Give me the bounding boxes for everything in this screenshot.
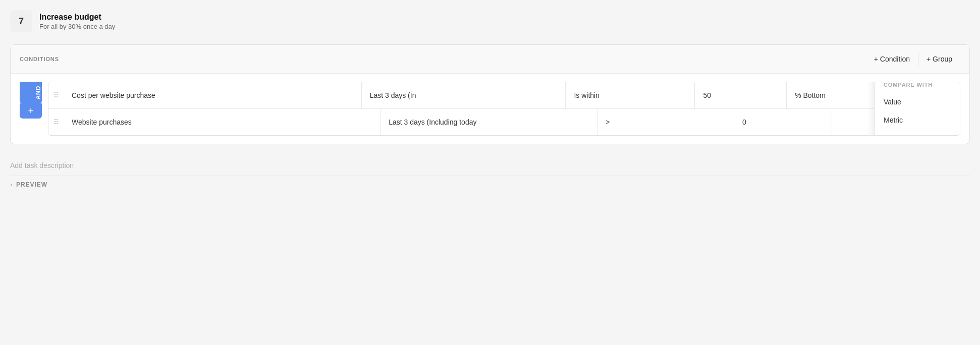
value-cell-1[interactable]: 50 — [695, 82, 787, 108]
drag-handle-icon[interactable]: ⠿ — [48, 118, 64, 126]
task-icon-label: 7 — [19, 16, 24, 27]
ranking-check-icon: ✓ — [949, 134, 955, 136]
days-cell-1[interactable]: Last 3 days (In — [362, 82, 566, 108]
dropdown-item-value[interactable]: Value — [875, 93, 960, 111]
dropdown-ranking-label: Ranking — [884, 135, 909, 136]
compare-with-label: COMPARE WITH — [875, 82, 960, 93]
task-header: 7 Increase budget For all by 30% once a … — [10, 10, 970, 32]
table-row: ⠿ Website purchases Last 3 days (Includi… — [48, 109, 960, 135]
conditions-label: CONDITIONS — [20, 56, 59, 62]
value-cell-2[interactable]: 0 — [734, 109, 831, 135]
row-actions-1: ⚙ ⧉ 🗑 COMPARE WITH Value Metric Ranki — [897, 83, 960, 107]
metric-value-1: Cost per website purchase — [72, 91, 155, 99]
conditions-header: CONDITIONS + Condition + Group — [11, 45, 969, 74]
days-value-1: Last 3 days (In — [370, 91, 416, 99]
operator-cell-1[interactable]: Is within — [566, 82, 695, 108]
unit-value-1: % Bottom — [795, 91, 826, 99]
task-title: Increase budget — [39, 13, 115, 22]
conditions-panel: CONDITIONS + Condition + Group AND + ⠿ C… — [10, 44, 970, 144]
dropdown-item-metric[interactable]: Metric — [875, 111, 960, 129]
and-group: AND + — [20, 82, 42, 119]
add-group-button[interactable]: + Group — [918, 52, 960, 66]
task-subtitle: For all by 30% once a day — [39, 23, 115, 30]
metric-value-2: Website purchases — [72, 118, 132, 126]
task-info: Increase budget For all by 30% once a da… — [39, 13, 115, 30]
days-cell-2[interactable]: Last 3 days (Including today — [380, 109, 597, 135]
dropdown-value-label: Value — [884, 98, 901, 106]
value-1: 50 — [703, 91, 711, 99]
preview-section: › PREVIEW — [10, 176, 970, 193]
operator-value-1: Is within — [574, 91, 600, 99]
conditions-table: ⠿ Cost per website purchase Last 3 days … — [48, 82, 960, 136]
preview-label: PREVIEW — [16, 181, 47, 188]
metric-cell-2: Website purchases — [64, 109, 380, 135]
chevron-right-icon: › — [10, 181, 12, 188]
operator-value-2: > — [606, 118, 610, 126]
task-icon: 7 — [10, 10, 32, 32]
add-description[interactable]: Add task description — [10, 154, 970, 174]
conditions-body: AND + ⠿ Cost per website purchase Last 3… — [11, 74, 969, 144]
dropdown-item-ranking[interactable]: Ranking ✓ — [875, 129, 960, 136]
drag-handle-icon[interactable]: ⠿ — [48, 91, 64, 99]
dropdown-metric-label: Metric — [884, 116, 903, 124]
days-value-2: Last 3 days (Including today — [389, 118, 476, 126]
add-condition-button[interactable]: + Condition — [866, 52, 918, 66]
and-plus-button[interactable]: + — [20, 103, 42, 119]
table-row: ⠿ Cost per website purchase Last 3 days … — [48, 82, 960, 109]
operator-cell-2[interactable]: > — [597, 109, 734, 135]
value-2: 0 — [742, 118, 746, 126]
header-actions: + Condition + Group — [866, 52, 960, 66]
compare-with-dropdown: COMPARE WITH Value Metric Ranking ✓ — [874, 82, 960, 136]
and-button[interactable]: AND — [20, 82, 42, 103]
metric-cell-1: Cost per website purchase — [64, 82, 362, 108]
